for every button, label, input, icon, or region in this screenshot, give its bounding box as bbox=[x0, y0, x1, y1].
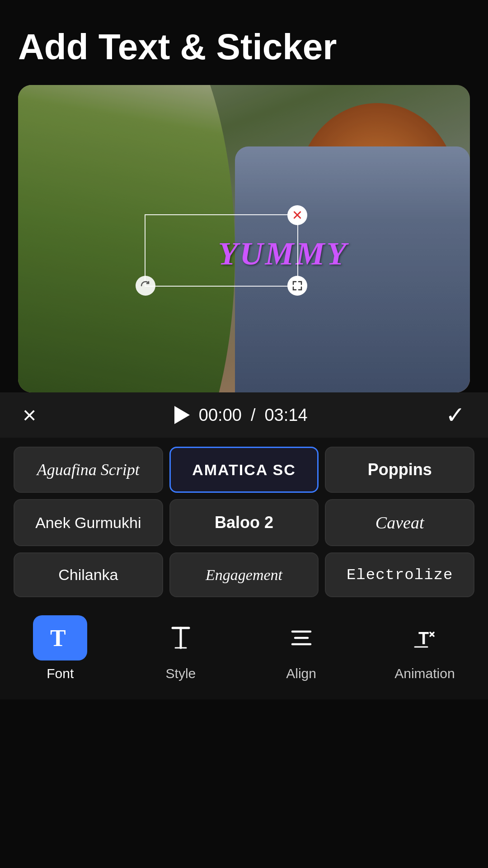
font-engagement-button[interactable]: Engagement bbox=[169, 552, 319, 597]
align-tool-label: Align bbox=[286, 666, 316, 681]
style-icon-wrap bbox=[154, 615, 208, 660]
tool-style[interactable]: Style bbox=[154, 615, 208, 681]
font-tool-label: Font bbox=[47, 666, 74, 681]
svg-text:T: T bbox=[50, 625, 66, 651]
tool-font[interactable]: T Font bbox=[33, 615, 87, 681]
animation-tool-label: Animation bbox=[394, 666, 455, 681]
bottom-toolbar: T Font Style Align bbox=[0, 606, 488, 699]
text-selection-box bbox=[145, 214, 298, 287]
total-time: 03:14 bbox=[264, 406, 307, 425]
control-bar: × 00:00 / 03:14 ✓ bbox=[0, 392, 488, 438]
tool-align[interactable]: Align bbox=[274, 615, 328, 681]
tool-animation[interactable]: T Animation bbox=[394, 615, 455, 681]
font-chilanka-button[interactable]: Chilanka bbox=[14, 552, 163, 597]
font-electrolize-button[interactable]: Electrolize bbox=[325, 552, 474, 597]
font-aguafina-button[interactable]: Aguafina Script bbox=[14, 447, 163, 493]
align-icon-wrap bbox=[274, 615, 328, 660]
text-scale-handle[interactable] bbox=[287, 276, 307, 296]
page-title: Add Text & Sticker bbox=[0, 0, 488, 85]
confirm-button[interactable]: ✓ bbox=[446, 401, 465, 429]
font-poppins-button[interactable]: Poppins bbox=[325, 447, 474, 493]
current-time: 00:00 bbox=[199, 406, 242, 425]
video-preview: YUMMY bbox=[18, 85, 470, 392]
font-icon-wrap: T bbox=[33, 615, 87, 660]
font-baloo-button[interactable]: Baloo 2 bbox=[169, 499, 319, 546]
play-button[interactable] bbox=[174, 406, 190, 424]
text-rotate-handle[interactable] bbox=[136, 276, 155, 296]
animation-icon-wrap: T bbox=[398, 615, 452, 660]
style-tool-label: Style bbox=[166, 666, 196, 681]
svg-text:T: T bbox=[418, 629, 429, 648]
font-anek-button[interactable]: Anek Gurmukhi bbox=[14, 499, 163, 546]
time-separator: / bbox=[251, 406, 256, 425]
font-amatica-button[interactable]: AMATICA SC bbox=[169, 447, 319, 493]
font-caveat-button[interactable]: Caveat bbox=[325, 499, 474, 546]
text-delete-handle[interactable] bbox=[287, 205, 307, 225]
playback-info: 00:00 / 03:14 bbox=[174, 406, 308, 425]
close-button[interactable]: × bbox=[23, 401, 36, 429]
font-grid: Aguafina Script AMATICA SC Poppins Anek … bbox=[0, 438, 488, 606]
